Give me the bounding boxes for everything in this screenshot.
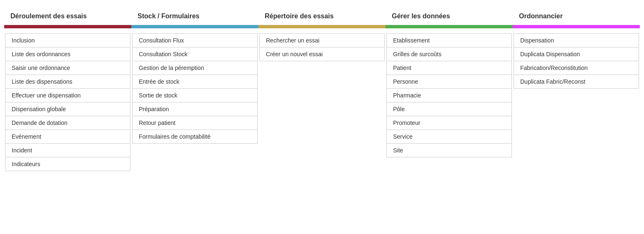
menu-item[interactable]: Dispensation bbox=[514, 34, 639, 47]
menu-col-stock: Consultation FluxConsultation StockGesti… bbox=[132, 33, 258, 144]
col-header-stock: Stock / Formulaires bbox=[131, 8, 258, 25]
menu-col-gerer: EtablissementGrilles de surcoûtsPatientP… bbox=[386, 33, 512, 157]
menu-item[interactable]: Saisir une ordonnance bbox=[5, 61, 130, 75]
col-header-gerer: Gérer les données bbox=[386, 8, 513, 25]
menu-item[interactable]: Effectuer une dispensation bbox=[5, 89, 130, 102]
menu-item[interactable]: Sortie de stock bbox=[133, 89, 257, 102]
menu-item[interactable]: Grilles de surcoûts bbox=[387, 47, 511, 61]
menu-item[interactable]: Consultation Stock bbox=[133, 47, 257, 61]
columns-row: InclusionListe des ordonnancesSaisir une… bbox=[4, 33, 640, 171]
menu-col-repertoire: Rechercher un essaiCréer un nouvel essai bbox=[259, 33, 385, 61]
menu-item[interactable]: Formulaires de comptabilité bbox=[133, 130, 257, 143]
menu-item[interactable]: Dispensation globale bbox=[5, 102, 130, 116]
menu-item[interactable]: Pharmacie bbox=[387, 89, 511, 102]
menu-item[interactable]: Duplicata Dispensation bbox=[514, 47, 639, 61]
menu-item[interactable]: Liste des dispensations bbox=[5, 75, 130, 89]
menu-item[interactable]: Liste des ordonnances bbox=[5, 47, 130, 61]
menu-item[interactable]: Evénement bbox=[5, 130, 130, 144]
menu-item[interactable]: Entrée de stock bbox=[133, 75, 257, 89]
menu-item[interactable]: Créer un nouvel essai bbox=[260, 47, 384, 61]
header-row: Déroulement des essaisStock / Formulaire… bbox=[4, 8, 640, 25]
menu-item[interactable]: Incident bbox=[5, 144, 130, 157]
menu-item[interactable]: Indicateurs bbox=[5, 157, 130, 171]
color-bar-3 bbox=[258, 25, 386, 28]
menu-col-ordonnancier: DispensationDuplicata DispensationFabric… bbox=[514, 33, 639, 89]
color-bar-2 bbox=[131, 25, 258, 28]
color-bar-5 bbox=[513, 25, 640, 28]
menu-item[interactable]: Fabrication/Reconstitution bbox=[514, 61, 639, 75]
menu-item[interactable]: Pôle bbox=[387, 102, 511, 116]
menu-item[interactable]: Préparation bbox=[133, 102, 257, 116]
menu-item[interactable]: Gestion de la péremption bbox=[133, 61, 257, 75]
menu-col-deroulement: InclusionListe des ordonnancesSaisir une… bbox=[5, 33, 130, 171]
menu-item[interactable]: Duplicata Fabric/Reconst bbox=[514, 75, 639, 88]
menu-item[interactable]: Site bbox=[387, 144, 511, 157]
color-bar-1 bbox=[4, 25, 131, 28]
menu-item[interactable]: Personne bbox=[387, 75, 511, 89]
col-header-deroulement: Déroulement des essais bbox=[4, 8, 131, 25]
col-header-repertoire: Répertoire des essais bbox=[258, 8, 386, 25]
menu-item[interactable]: Service bbox=[387, 130, 511, 144]
menu-item[interactable]: Consultation Flux bbox=[133, 34, 257, 47]
col-header-ordonnancier: Ordonnancier bbox=[513, 8, 640, 25]
nav-container: Déroulement des essaisStock / Formulaire… bbox=[0, 0, 644, 171]
menu-item[interactable]: Rechercher un essai bbox=[260, 34, 384, 47]
color-bar-4 bbox=[386, 25, 513, 28]
menu-item[interactable]: Patient bbox=[387, 61, 511, 75]
color-bar-row bbox=[4, 25, 640, 28]
menu-item[interactable]: Etablissement bbox=[387, 34, 511, 47]
menu-item[interactable]: Promoteur bbox=[387, 116, 511, 130]
menu-item[interactable]: Demande de dotation bbox=[5, 116, 130, 130]
menu-item[interactable]: Retour patient bbox=[133, 116, 257, 130]
menu-item[interactable]: Inclusion bbox=[5, 34, 130, 47]
